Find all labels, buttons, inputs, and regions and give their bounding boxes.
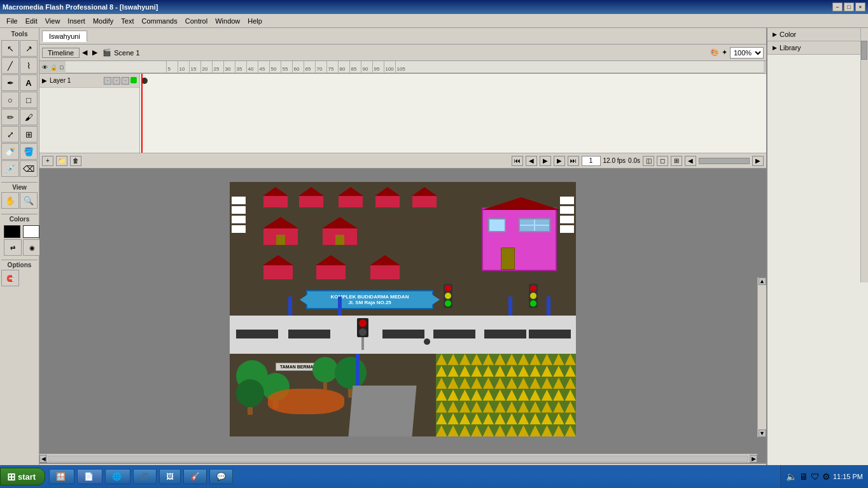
toolbar: Tools ↖ ↗ ╱ ⌇ ✒ A ○ □ ✏ 🖌 ⤢ ⊞ 🍼 🪣 💉 ⌫ Vi…: [0, 28, 39, 488]
default-colors-btn[interactable]: ◉: [23, 239, 41, 256]
play-btn[interactable]: ▶: [540, 156, 551, 166]
swap-colors-btn[interactable]: ⇄: [4, 239, 22, 256]
next-frame-btn[interactable]: ▶: [554, 156, 565, 166]
subselect-tool[interactable]: ↗: [20, 40, 38, 57]
layer-row-1: ▶ Layer 1 · · ·: [39, 74, 139, 88]
minimize-button[interactable]: −: [832, 3, 843, 11]
brush-tool[interactable]: 🖌: [20, 109, 38, 125]
start-logo: ⊞: [7, 471, 15, 483]
hand-tool[interactable]: ✋: [1, 192, 19, 209]
house-1: [263, 187, 288, 207]
tray-icon-2: 🖥: [799, 471, 808, 482]
onion-outline-btn[interactable]: ◻: [657, 156, 668, 166]
fill-xform-tool[interactable]: ⊞: [20, 126, 38, 143]
ruler-mark-20: 20: [200, 61, 212, 73]
ruler-mark-105: 105: [395, 61, 407, 73]
start-button[interactable]: ⊞ start: [0, 468, 45, 485]
menu-file[interactable]: File: [3, 16, 22, 26]
scroll-left-btn[interactable]: ◀: [39, 455, 47, 463]
layer-eye-btn[interactable]: ·: [104, 77, 111, 85]
ink-bottle-tool[interactable]: 🍼: [1, 143, 19, 160]
house-8: [263, 255, 293, 279]
library-panel-item[interactable]: ▶ Library: [767, 41, 868, 55]
doc-tab-iswahyuni[interactable]: Iswahyuni: [42, 31, 87, 42]
canvas-vscrollbar[interactable]: ▲ ▼: [757, 277, 766, 437]
bottom-pole-1: [356, 354, 360, 386]
taskbar-app-7[interactable]: 💬: [209, 469, 233, 484]
freexform-tool[interactable]: ⤢: [1, 126, 19, 143]
canvas-hscrollbar[interactable]: ◀ ▶: [39, 454, 757, 463]
eyedropper-tool[interactable]: 💉: [1, 160, 19, 177]
taskbar-app-5[interactable]: 🖼: [159, 469, 181, 484]
menu-edit[interactable]: Edit: [22, 16, 41, 26]
options-section-label: Options: [1, 260, 38, 268]
stroke-color[interactable]: [4, 225, 20, 238]
tl-scroll-right[interactable]: ▶: [752, 156, 764, 166]
taskbar-app-4[interactable]: 🎵: [133, 469, 157, 484]
eraser-tool[interactable]: ⌫: [20, 160, 38, 177]
scroll-right-btn[interactable]: ▶: [750, 455, 757, 463]
close-button[interactable]: ×: [855, 3, 865, 11]
timeline-frames[interactable]: [140, 74, 766, 153]
taskbar-app-1[interactable]: 🪟: [49, 469, 74, 484]
tl-eye-icon[interactable]: 👁: [42, 64, 48, 71]
fill-color[interactable]: [23, 225, 39, 238]
title-bar: Macromedia Flash Professional 8 - [Iswah…: [0, 0, 868, 14]
menu-help[interactable]: Help: [244, 16, 266, 26]
paint-bucket-tool[interactable]: 🪣: [20, 143, 38, 160]
maximize-button[interactable]: □: [844, 3, 854, 11]
scroll-up-btn[interactable]: ▲: [759, 277, 766, 285]
layer-icon: ▶: [42, 77, 47, 84]
rect-tool[interactable]: □: [20, 92, 38, 108]
tl-lock-icon[interactable]: 🔒: [50, 64, 57, 71]
arrow-tool[interactable]: ↖: [1, 40, 19, 57]
layer-lock-btn[interactable]: ·: [113, 77, 120, 85]
layer-outline-btn[interactable]: ·: [122, 77, 129, 85]
line-tool[interactable]: ╱: [1, 57, 19, 74]
tl-scroll-left[interactable]: ◀: [685, 156, 696, 166]
oval-tool[interactable]: ○: [1, 92, 19, 108]
delete-layer-btn[interactable]: 🗑: [70, 156, 81, 166]
layer-name[interactable]: Layer 1: [50, 77, 104, 84]
canvas-area[interactable]: ▲ ▼: [39, 169, 766, 463]
menu-modify[interactable]: Modify: [89, 16, 117, 26]
edit-multiple-btn[interactable]: ⊞: [671, 156, 682, 166]
zoom-tool[interactable]: 🔍: [20, 192, 38, 209]
taskbar-icon-5: 🖼: [166, 472, 174, 481]
menu-insert[interactable]: Insert: [64, 16, 89, 26]
right-vscroll[interactable]: [860, 28, 868, 282]
option-snap[interactable]: 🧲: [1, 270, 19, 286]
frame-number-input[interactable]: 1: [582, 156, 601, 166]
taskbar-app-3[interactable]: 🌐: [105, 469, 130, 484]
zoom-select[interactable]: 100%50%200%: [730, 47, 764, 59]
add-layer-btn[interactable]: +: [42, 156, 53, 166]
lasso-tool[interactable]: ⌇: [20, 57, 38, 74]
taskbar-app-6[interactable]: 🎸: [183, 469, 207, 484]
prev-frame-btn[interactable]: ◀: [526, 156, 537, 166]
hscroll-thumb[interactable]: [48, 456, 748, 462]
taskbar-app-2[interactable]: 📄: [77, 469, 102, 484]
add-folder-btn[interactable]: 📁: [56, 156, 67, 166]
scene-prev-arrow[interactable]: ◀: [82, 48, 87, 57]
menu-control[interactable]: Control: [181, 16, 211, 26]
menu-text[interactable]: Text: [117, 16, 137, 26]
taskbar: ⊞ start 🪟 📄 🌐 🎵 🖼 🎸 💬 🔈 🖥 🛡 ⚙ 11:15 PM: [0, 465, 868, 488]
menu-view[interactable]: View: [41, 16, 64, 26]
menu-commands[interactable]: Commands: [137, 16, 181, 26]
scene-next-arrow[interactable]: ▶: [92, 48, 97, 57]
timeline-footer: + 📁 🗑 ⏮ ◀ ▶ ▶ ⏭ 1 12.0 fps 0.0s ◫ ◻ ⊞ ◀ …: [39, 153, 766, 168]
fence-left: [230, 195, 248, 252]
pen-tool[interactable]: ✒: [1, 74, 19, 91]
app-body: Tools ↖ ↗ ╱ ⌇ ✒ A ○ □ ✏ 🖌 ⤢ ⊞ 🍼 🪣 💉 ⌫ Vi…: [0, 28, 868, 488]
tl-outline-icon[interactable]: □: [60, 64, 63, 71]
menu-window[interactable]: Window: [211, 16, 244, 26]
text-tool[interactable]: A: [20, 74, 38, 91]
scroll-down-btn[interactable]: ▼: [759, 429, 766, 437]
first-frame-btn[interactable]: ⏮: [512, 156, 523, 166]
color-panel-item[interactable]: ▶ Color: [767, 28, 868, 41]
timeline-button[interactable]: Timeline: [42, 48, 80, 58]
onion-skin-btn[interactable]: ◫: [643, 156, 654, 166]
last-frame-btn[interactable]: ⏭: [568, 156, 579, 166]
tl-scrollbar[interactable]: [699, 158, 750, 164]
pencil-tool[interactable]: ✏: [1, 109, 19, 125]
